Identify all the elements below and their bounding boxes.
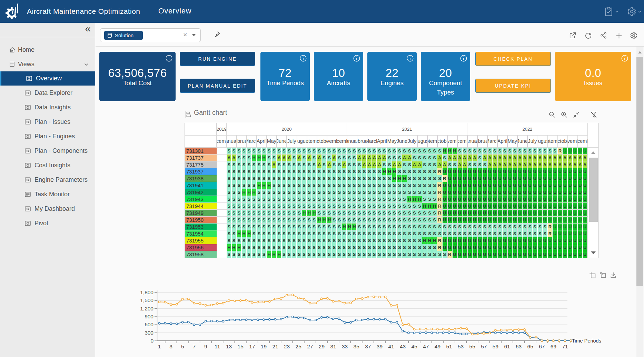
svg-text:67: 67 (539, 344, 545, 349)
svg-text:59: 59 (493, 344, 498, 349)
svg-text:29: 29 (319, 344, 325, 349)
svg-text:19: 19 (261, 344, 267, 349)
svg-text:35: 35 (354, 344, 359, 349)
svg-text:41: 41 (388, 344, 394, 349)
svg-text:9: 9 (204, 344, 207, 349)
svg-text:39: 39 (377, 344, 383, 349)
svg-text:49: 49 (435, 344, 440, 349)
svg-text:25: 25 (296, 344, 301, 349)
svg-text:53: 53 (458, 344, 464, 349)
svg-text:57: 57 (481, 344, 487, 349)
svg-text:23: 23 (284, 344, 290, 349)
svg-text:1,500: 1,500 (140, 297, 153, 303)
svg-text:21: 21 (272, 344, 278, 349)
svg-text:55: 55 (469, 344, 475, 349)
svg-text:0: 0 (150, 338, 153, 344)
svg-text:13: 13 (226, 344, 232, 349)
svg-text:5: 5 (181, 344, 184, 349)
svg-text:600: 600 (145, 321, 153, 327)
svg-text:31: 31 (330, 344, 336, 349)
svg-text:3: 3 (169, 344, 172, 349)
svg-text:69: 69 (551, 344, 556, 349)
svg-text:51: 51 (446, 344, 452, 349)
svg-text:17: 17 (249, 344, 255, 349)
svg-text:71: 71 (562, 344, 568, 349)
svg-text:900: 900 (145, 314, 153, 319)
svg-text:1,800: 1,800 (140, 289, 153, 295)
svg-text:47: 47 (423, 344, 429, 349)
svg-text:15: 15 (238, 344, 244, 349)
svg-text:63: 63 (516, 344, 522, 349)
svg-text:61: 61 (504, 344, 510, 349)
svg-text:1: 1 (158, 344, 161, 349)
svg-text:1,200: 1,200 (140, 306, 153, 311)
svg-text:27: 27 (307, 344, 313, 349)
svg-text:33: 33 (342, 344, 348, 349)
svg-text:45: 45 (412, 344, 417, 349)
svg-text:11: 11 (215, 344, 220, 349)
svg-text:7: 7 (192, 344, 196, 349)
svg-text:43: 43 (400, 344, 406, 349)
svg-text:Time Periods: Time Periods (572, 338, 601, 344)
svg-text:300: 300 (145, 330, 153, 336)
svg-text:65: 65 (527, 344, 533, 349)
svg-text:37: 37 (365, 344, 371, 349)
